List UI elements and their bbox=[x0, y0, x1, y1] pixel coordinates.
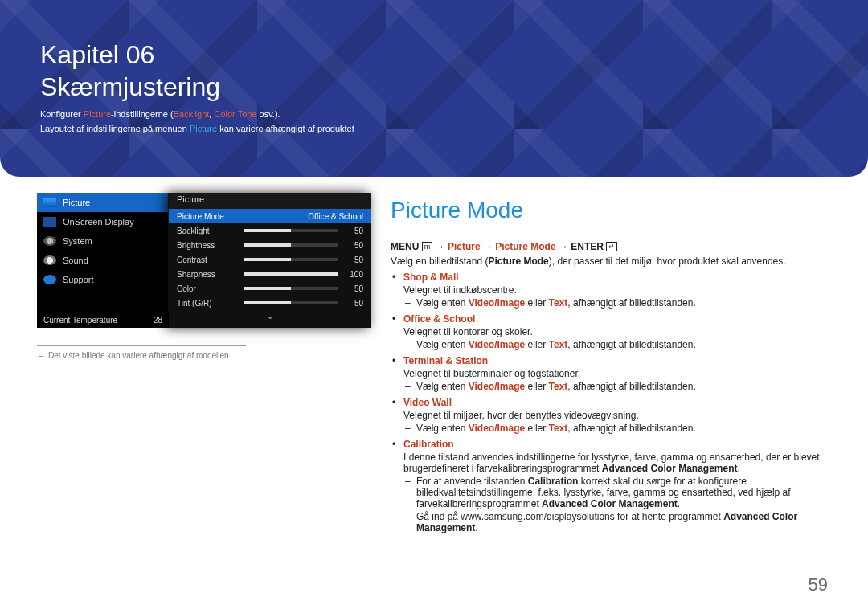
gear-icon bbox=[43, 236, 56, 246]
option-video-wall: Video Wall Velegnet til miljøer, hvor de… bbox=[391, 397, 831, 434]
article: Picture Mode MENU m → Picture → Picture … bbox=[391, 193, 831, 533]
enter-icon: ↵ bbox=[606, 242, 617, 251]
osd-menu: Picture OnScreen Display System Sound Su… bbox=[37, 193, 371, 328]
option-office-school: Office & School Velegnet til kontorer og… bbox=[391, 313, 831, 350]
osd-footnote: Det viste billede kan variere afhængigt … bbox=[37, 351, 371, 360]
chapter-intro-2: Layoutet af indstillingerne på menuen Pi… bbox=[40, 124, 828, 133]
osd-side-footer: Current Temperature 28 bbox=[37, 313, 169, 328]
osd-side-support[interactable]: Support bbox=[37, 270, 168, 289]
chapter-intro-1: Konfigurer Picture-indstillingerne (Back… bbox=[40, 109, 828, 119]
option-subnote: Vælg enten Video/Image eller Text, afhæn… bbox=[403, 339, 831, 350]
osd-screenshot: Picture OnScreen Display System Sound Su… bbox=[37, 193, 371, 360]
slider[interactable] bbox=[244, 301, 338, 304]
menu-icon: m bbox=[422, 242, 433, 251]
divider bbox=[37, 345, 246, 346]
chevron-down-icon[interactable]: ⌄ bbox=[169, 310, 371, 321]
osd-panel: Picture Picture Mode Office & School Bac… bbox=[169, 193, 371, 328]
option-subnote: Vælg enten Video/Image eller Text, afhæn… bbox=[403, 381, 831, 392]
article-heading: Picture Mode bbox=[391, 198, 831, 223]
slider[interactable] bbox=[244, 229, 338, 232]
calibration-note-2: Gå ind på www.samsung.com/displaysolutio… bbox=[403, 511, 831, 533]
page-number: 59 bbox=[809, 574, 828, 595]
menu-path: MENU m → Picture → Picture Mode → ENTER … bbox=[391, 241, 831, 252]
onscreen-icon bbox=[43, 217, 56, 227]
help-icon bbox=[43, 275, 56, 284]
calibration-desc: I denne tilstand anvendes indstillingern… bbox=[403, 452, 831, 474]
option-list: Shop & Mall Velegnet til indkøbscentre. … bbox=[391, 272, 831, 533]
osd-row-color[interactable]: Color 50 bbox=[169, 281, 371, 296]
chapter-title: Kapitel 06 Skærmjustering bbox=[40, 39, 828, 103]
slider[interactable] bbox=[244, 258, 338, 261]
osd-row-contrast[interactable]: Contrast 50 bbox=[169, 252, 371, 267]
slider[interactable] bbox=[244, 287, 338, 290]
osd-row-backlight[interactable]: Backlight 50 bbox=[169, 223, 371, 238]
option-calibration: Calibration I denne tilstand anvendes in… bbox=[391, 439, 831, 533]
chapter-name: Skærmjustering bbox=[40, 72, 220, 101]
article-intro: Vælg en billedtilstand (Picture Mode), d… bbox=[391, 255, 831, 267]
osd-side-onscreen[interactable]: OnScreen Display bbox=[37, 212, 168, 231]
calibration-note-1: For at anvende tilstanden Calibration ko… bbox=[403, 476, 831, 509]
osd-side-picture[interactable]: Picture bbox=[37, 193, 168, 212]
chapter-number: Kapitel 06 bbox=[40, 40, 154, 69]
chapter-header: Kapitel 06 Skærmjustering Konfigurer Pic… bbox=[0, 0, 868, 177]
option-subnote: Vælg enten Video/Image eller Text, afhæn… bbox=[403, 423, 831, 434]
osd-row-tint[interactable]: Tint (G/R) 50 bbox=[169, 296, 371, 310]
option-subnote: Vælg enten Video/Image eller Text, afhæn… bbox=[403, 297, 831, 309]
slider[interactable] bbox=[244, 243, 338, 247]
osd-row-brightness[interactable]: Brightness 50 bbox=[169, 238, 371, 252]
slider[interactable] bbox=[244, 272, 338, 276]
osd-row-sharpness[interactable]: Sharpness 100 bbox=[169, 267, 371, 281]
osd-side-system[interactable]: System bbox=[37, 231, 168, 251]
speaker-icon bbox=[43, 255, 56, 265]
osd-side-sound[interactable]: Sound bbox=[37, 251, 168, 270]
osd-row-picture-mode[interactable]: Picture Mode Office & School bbox=[169, 209, 371, 223]
option-terminal-station: Terminal & Station Velegnet til bustermi… bbox=[391, 355, 831, 392]
picture-icon bbox=[43, 198, 56, 207]
option-shop-mall: Shop & Mall Velegnet til indkøbscentre. … bbox=[391, 272, 831, 309]
osd-sidebar: Picture OnScreen Display System Sound Su… bbox=[37, 193, 169, 328]
osd-panel-title: Picture bbox=[169, 193, 371, 209]
